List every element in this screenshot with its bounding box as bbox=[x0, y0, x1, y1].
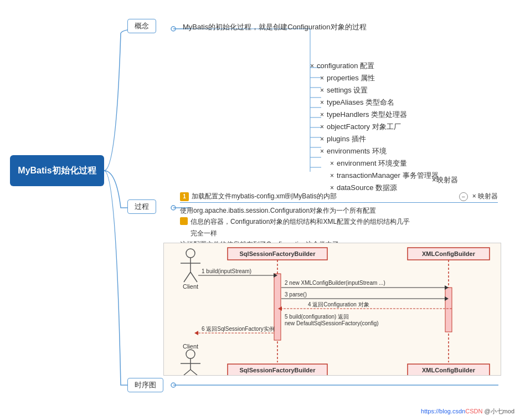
watermark: https://blog.csdnCSDN @小七mod bbox=[421, 407, 514, 416]
svg-point-3 bbox=[171, 206, 176, 210]
config-item-7: × environments 环境 bbox=[310, 146, 439, 156]
sequence-label: 时序图 bbox=[135, 381, 156, 389]
seq-diagram-inner: SqlSessionFactoryBuilder XMLConfigBuilde… bbox=[164, 243, 501, 375]
load-bar-right: − × 映射器 bbox=[459, 192, 498, 201]
x-mark-9: × bbox=[330, 172, 334, 180]
process-info-line-2: 信息的容器，Configuration对象的组织结构和XML配置文件的组织结构几… bbox=[180, 216, 413, 239]
svg-text:new DefaultSqlSessionFactory(c: new DefaultSqlSessionFactory(config) bbox=[285, 320, 379, 326]
svg-rect-25 bbox=[274, 274, 281, 340]
config-item-1: × properties 属性 bbox=[310, 73, 439, 83]
seq-svg: SqlSessionFactoryBuilder XMLConfigBuilde… bbox=[164, 243, 501, 376]
svg-text:5 build(configuration) 返回: 5 build(configuration) 返回 bbox=[285, 314, 349, 320]
svg-text:Client: Client bbox=[183, 283, 198, 290]
config-item-text-5: objectFactory 对象工厂 bbox=[327, 122, 401, 132]
config-item-text-9: transactionManager 事务管理器 bbox=[337, 171, 439, 181]
process-info-text-2: 信息的容器，Configuration对象的组织结构和XML配置文件的组织结构几… bbox=[191, 216, 413, 239]
config-item-text-3: typeAliases 类型命名 bbox=[327, 98, 394, 107]
x-mark-0: × bbox=[310, 62, 314, 70]
x-mark-1: × bbox=[320, 74, 324, 82]
config-item-text-7: environments 环境 bbox=[327, 146, 387, 156]
concept-label: 概念 bbox=[135, 22, 149, 30]
concept-branch-box: 概念 bbox=[127, 19, 156, 33]
svg-point-5 bbox=[171, 383, 176, 387]
svg-point-1 bbox=[171, 27, 176, 31]
load-bar-icon: 1 bbox=[180, 192, 189, 201]
config-item-5: × objectFactory 对象工厂 bbox=[310, 122, 439, 132]
svg-point-27 bbox=[186, 249, 195, 258]
config-item-0: × configuration 配置 bbox=[310, 61, 439, 71]
svg-text:SqlSessionFactoryBuilder: SqlSessionFactoryBuilder bbox=[240, 250, 316, 257]
x-mark-7: × bbox=[320, 147, 324, 155]
config-item-text-1: properties 属性 bbox=[327, 73, 375, 83]
process-info-icon bbox=[180, 217, 188, 225]
svg-text:SqlSessionFactoryBuilder: SqlSessionFactoryBuilder bbox=[240, 367, 316, 373]
load-bar: 1 加载配置文件mybatis-config.xml到MyBatis的内部 − … bbox=[180, 191, 498, 203]
collapse-circle[interactable]: − bbox=[459, 192, 468, 201]
config-item-3: × typeAliases 类型命名 bbox=[310, 98, 439, 107]
svg-rect-26 bbox=[445, 288, 452, 332]
config-item-text-0: configuration 配置 bbox=[317, 61, 374, 71]
config-item-2: × settings 设置 bbox=[310, 85, 439, 95]
center-node-label: MyBatis初始化过程 bbox=[18, 165, 96, 177]
config-list: × configuration 配置 × properties 属性 × set… bbox=[310, 61, 439, 195]
config-item-text-2: settings 设置 bbox=[327, 85, 368, 95]
process-info-text-1: 使用org.apache.ibatis.session.Configuratio… bbox=[180, 205, 376, 216]
process-label: 过程 bbox=[135, 202, 149, 211]
x-mark-6: × bbox=[320, 135, 324, 143]
svg-line-31 bbox=[191, 272, 197, 282]
mapper-right-label: × 映射器 bbox=[472, 192, 498, 201]
config-item-4: × typeHandlers 类型处理器 bbox=[310, 110, 439, 120]
svg-text:Client: Client bbox=[183, 343, 198, 350]
x-mark-8: × bbox=[330, 160, 334, 167]
config-item-9: × transactionManager 事务管理器 bbox=[310, 171, 439, 181]
config-item-6: × plugins 插件 bbox=[310, 134, 439, 144]
concept-description: MyBatis的初始化过程，就是创建Configuration对象的过程 bbox=[183, 22, 367, 32]
center-node: MyBatis初始化过程 bbox=[10, 155, 104, 186]
sequence-branch-box: 时序图 bbox=[127, 378, 163, 392]
svg-text:XMLConfigBuilder: XMLConfigBuilder bbox=[422, 367, 476, 373]
svg-text:1 build(inputStream): 1 build(inputStream) bbox=[202, 268, 251, 274]
svg-line-59 bbox=[191, 370, 197, 375]
config-item-text-6: plugins 插件 bbox=[327, 134, 366, 144]
config-item-8: × environment 环境变量 bbox=[310, 158, 439, 168]
svg-text:3 parse(): 3 parse() bbox=[285, 291, 307, 298]
watermark-url: https://blog.csdn bbox=[421, 408, 465, 414]
sequence-diagram: SqlSessionFactoryBuilder XMLConfigBuilde… bbox=[163, 243, 501, 376]
load-bar-text: 加载配置文件mybatis-config.xml到MyBatis的内部 bbox=[192, 192, 459, 201]
watermark-csdn: CSDN bbox=[465, 408, 482, 414]
x-mark-2: × bbox=[320, 86, 324, 94]
x-mark-4: × bbox=[320, 111, 324, 119]
canvas: MyBatis初始化过程 概念 MyBatis的初始化过程，就是创建Config… bbox=[0, 0, 520, 420]
config-item-text-4: typeHandlers 类型处理器 bbox=[327, 110, 407, 120]
config-item-text-8: environment 环境变量 bbox=[337, 158, 407, 168]
svg-line-58 bbox=[184, 370, 191, 375]
svg-text:4 返回Configuration 对象: 4 返回Configuration 对象 bbox=[308, 301, 369, 308]
mapper-label: ×映射器 bbox=[432, 175, 458, 185]
x-mark-3: × bbox=[320, 99, 324, 106]
x-mark-5: × bbox=[320, 123, 324, 131]
load-bar-icon-number: 1 bbox=[183, 193, 186, 199]
svg-marker-48 bbox=[194, 331, 198, 335]
process-info-line-1: 使用org.apache.ibatis.session.Configuratio… bbox=[180, 205, 413, 216]
svg-text:2 new XMLConfigBuilder(inputSt: 2 new XMLConfigBuilder(inputStream ...) bbox=[285, 280, 385, 286]
process-branch-box: 过程 bbox=[127, 199, 156, 214]
svg-text:6 返回SqlSessionFactory实例: 6 返回SqlSessionFactory实例 bbox=[202, 326, 275, 332]
svg-text:XMLConfigBuilder: XMLConfigBuilder bbox=[422, 250, 476, 257]
watermark-suffix: @小七mod bbox=[482, 408, 514, 414]
svg-point-55 bbox=[186, 350, 195, 358]
svg-line-30 bbox=[184, 272, 191, 282]
